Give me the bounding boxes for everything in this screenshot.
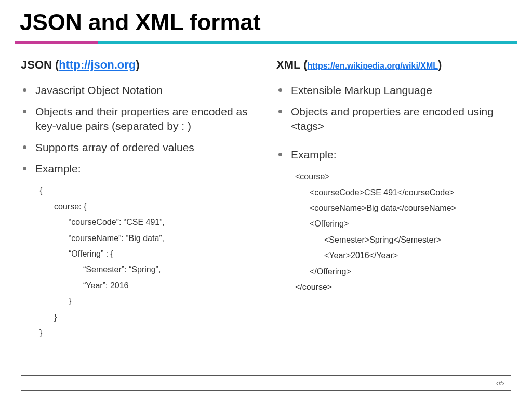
code-line: <course> — [295, 169, 511, 184]
json-code-example: { course: { “courseCode”: “CSE 491”, “co… — [21, 183, 256, 341]
code-line: <Year>2016</Year> — [295, 248, 511, 263]
list-item: Objects and their properties are encoded… — [23, 104, 256, 133]
code-line: <Offering> — [295, 216, 511, 232]
page-indicator: ‹#› — [496, 379, 504, 387]
xml-link[interactable]: https://en.wikipedia.org/wiki/XML — [307, 61, 438, 70]
json-heading-prefix: JSON ( — [21, 58, 59, 71]
json-column: JSON (http://json.org) Javascript Object… — [21, 58, 256, 341]
content-columns: JSON (http://json.org) Javascript Object… — [0, 44, 532, 341]
json-heading-suffix: ) — [136, 58, 139, 71]
code-line: “Year”: 2016 — [39, 278, 256, 294]
list-item: Javascript Object Notation — [23, 83, 256, 97]
xml-column: XML (https://en.wikipedia.org/wiki/XML) … — [276, 58, 511, 341]
code-line: <courseCode>CSE 491</courseCode> — [295, 185, 511, 201]
xml-code-example: <course> <courseCode>CSE 491</courseCode… — [276, 169, 511, 295]
slide-title: JSON and XML format — [0, 0, 532, 41]
list-item: Objects and properties are encoded using… — [278, 104, 511, 133]
code-line: “Offering” : { — [39, 246, 256, 262]
code-line: “Semester”: “Spring”, — [39, 262, 256, 277]
xml-bullets: Extensible Markup Language Objects and p… — [276, 83, 511, 162]
xml-heading-prefix: XML ( — [276, 58, 307, 71]
code-line: </course> — [295, 280, 511, 295]
json-bullets: Javascript Object Notation Objects and t… — [21, 83, 256, 176]
code-line: course: { — [39, 199, 256, 215]
list-item: Supports array of ordered values — [23, 140, 256, 154]
xml-heading-suffix: ) — [438, 58, 442, 71]
code-line: <Semester>Spring</Semester> — [295, 232, 511, 248]
list-item: Example: — [23, 162, 256, 176]
xml-heading: XML (https://en.wikipedia.org/wiki/XML) — [276, 58, 511, 72]
code-line: “courseName”: “Big data”, — [39, 231, 256, 246]
code-line: } — [39, 325, 256, 341]
code-line: “courseCode”: “CSE 491”, — [39, 215, 256, 230]
code-line: } — [39, 310, 256, 325]
json-link[interactable]: http://json.org — [59, 58, 136, 71]
title-divider — [15, 41, 517, 44]
code-line: } — [39, 294, 256, 309]
code-line: { — [39, 183, 256, 198]
code-line: </Offering> — [295, 264, 511, 280]
list-item: Extensible Markup Language — [278, 83, 511, 97]
json-heading: JSON (http://json.org) — [21, 58, 256, 72]
list-item: Example: — [278, 148, 511, 162]
footer-box: ‹#› — [21, 375, 511, 391]
code-line: <courseName>Big data</courseName> — [295, 201, 511, 216]
